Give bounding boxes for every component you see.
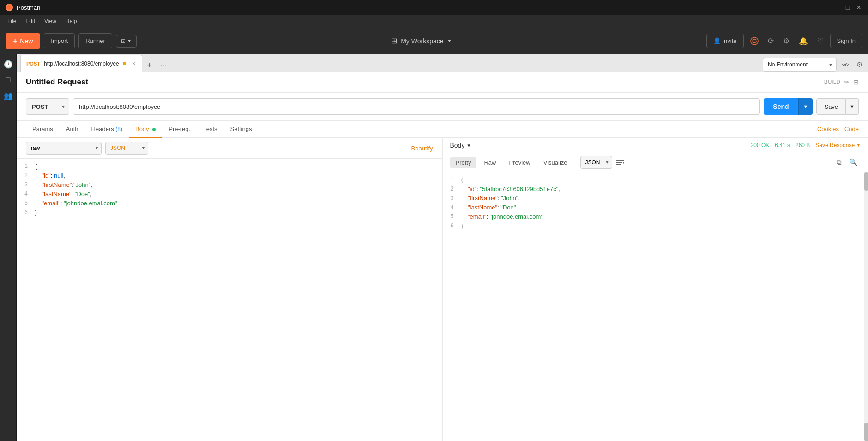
- import-button[interactable]: Import: [44, 33, 75, 48]
- main-layout: 🕐 □ 👥 POST http://localhost:8080/employe…: [0, 54, 868, 441]
- resp-line-6: 6 }: [443, 222, 868, 231]
- resp-line-1: 1 {: [443, 176, 868, 185]
- tab-bar: POST http://localhost:8080/employee ✕ + …: [17, 54, 868, 72]
- status-ok: 200 OK: [751, 142, 770, 149]
- request-tab[interactable]: POST http://localhost:8080/employee ✕: [20, 55, 142, 72]
- svg-point-1: [751, 37, 758, 45]
- send-dropdown-button[interactable]: ▼: [798, 98, 813, 115]
- workspace-chevron-icon: ▼: [447, 38, 452, 43]
- beautify-button[interactable]: Beautify: [411, 145, 433, 152]
- resp-copy-button[interactable]: ⧉: [834, 156, 844, 168]
- code-line-6: 6 }: [17, 209, 442, 218]
- menu-edit[interactable]: Edit: [22, 17, 39, 25]
- capture-arrow: ▼: [127, 39, 132, 43]
- format-tab-preview[interactable]: Preview: [503, 157, 536, 168]
- tab-url: http://localhost:8080/employee: [44, 60, 119, 67]
- postman-logo: [6, 4, 13, 11]
- minimize-button[interactable]: —: [833, 4, 840, 11]
- code-line-4: 4 "lastName": "Doe",: [17, 190, 442, 199]
- tab-tests[interactable]: Tests: [197, 121, 223, 138]
- save-response-chevron-icon: ▼: [856, 143, 861, 148]
- notifications-icon-button[interactable]: 🔔: [796, 34, 811, 48]
- save-dropdown-button[interactable]: ▼: [846, 98, 859, 115]
- signin-button[interactable]: Sign In: [830, 34, 862, 48]
- cookie-icon-button[interactable]: ⟳: [765, 34, 777, 48]
- environment-select[interactable]: No Environment: [763, 58, 837, 72]
- env-settings-button[interactable]: ⚙: [855, 59, 864, 71]
- tab-auth[interactable]: Auth: [60, 121, 85, 138]
- menu-view[interactable]: View: [41, 17, 60, 25]
- request-title: Untitled Request: [26, 77, 88, 92]
- capture-icon: ⊡: [121, 38, 126, 44]
- env-select-wrapper: No Environment ▼ 👁 ⚙: [763, 58, 864, 72]
- response-scrollbar[interactable]: [864, 172, 868, 441]
- resp-json-select[interactable]: JSON XML HTML Text: [580, 156, 612, 169]
- method-select-wrapper: POST GET PUT DELETE PATCH ▼: [26, 98, 69, 115]
- format-tab-pretty[interactable]: Pretty: [450, 157, 477, 168]
- format-tab-visualize[interactable]: Visualize: [538, 157, 573, 168]
- sidebar-apis-icon[interactable]: 👥: [1, 89, 15, 102]
- request-header: Untitled Request BUILD ✏ ⊞: [17, 72, 868, 93]
- svg-rect-4: [616, 164, 621, 165]
- response-body[interactable]: 1 { 2 "id": "5fafbbc7c3f606329bd51e7c", …: [443, 172, 868, 441]
- tab-body[interactable]: Body: [129, 121, 162, 138]
- send-button[interactable]: Send: [764, 98, 798, 115]
- response-format-bar: Pretty Raw Preview Visualize JSON XML HT…: [443, 153, 868, 172]
- invite-button[interactable]: 👤 Invite: [706, 34, 744, 48]
- env-eye-button[interactable]: 👁: [840, 59, 851, 71]
- capture-button[interactable]: ⊡ ▼: [116, 35, 137, 48]
- sync-icon-button[interactable]: [747, 34, 761, 48]
- method-select[interactable]: POST GET PUT DELETE PATCH: [26, 98, 69, 115]
- send-button-group: Send ▼: [764, 98, 813, 115]
- tab-prereq[interactable]: Pre-req.: [162, 121, 197, 138]
- code-line-1: 1 {: [17, 162, 442, 172]
- tab-settings[interactable]: Settings: [224, 121, 259, 138]
- new-button[interactable]: + New: [6, 33, 40, 49]
- toolbar: + New Import Runner ⊡ ▼ ⊞ My Workspace ▼…: [0, 28, 868, 54]
- resp-search-button[interactable]: 🔍: [846, 156, 861, 168]
- settings-icon-button[interactable]: ⚙: [780, 34, 792, 48]
- request-code-editor[interactable]: 1 { 2 "id": null, 3 "firstName":"John",: [17, 159, 442, 441]
- save-response-button[interactable]: Save Response ▼: [815, 142, 861, 149]
- cookies-link[interactable]: Cookies: [817, 125, 839, 132]
- wrap-icon: [616, 159, 624, 166]
- tab-close-icon[interactable]: ✕: [132, 60, 136, 67]
- tab-more-button[interactable]: ···: [157, 59, 170, 72]
- save-button[interactable]: Save: [816, 98, 846, 115]
- resp-wrap-button[interactable]: [614, 157, 626, 167]
- url-input[interactable]: [73, 98, 760, 115]
- tab-params[interactable]: Params: [26, 121, 60, 138]
- response-body-dropdown[interactable]: Body ▼: [450, 142, 471, 149]
- raw-select[interactable]: raw none form-data x-www-form-urlencoded…: [26, 142, 102, 155]
- sidebar-history-icon[interactable]: 🕐: [1, 57, 15, 71]
- request-area: Untitled Request BUILD ✏ ⊞ POST GET PUT …: [17, 72, 868, 441]
- menu-file[interactable]: File: [4, 17, 20, 25]
- title-bar-controls[interactable]: — □ ✕: [833, 4, 862, 11]
- edit-icon[interactable]: ✏: [844, 78, 850, 86]
- response-body-label: Body: [450, 142, 465, 149]
- maximize-button[interactable]: □: [844, 4, 851, 11]
- layout-icon[interactable]: ⊞: [853, 78, 859, 86]
- split-pane: raw none form-data x-www-form-urlencoded…: [17, 138, 868, 441]
- close-button[interactable]: ✕: [855, 4, 862, 11]
- format-tab-raw[interactable]: Raw: [478, 157, 501, 168]
- sidebar-collections-icon[interactable]: □: [1, 73, 15, 87]
- response-size: 260 B: [796, 142, 810, 149]
- menu-help[interactable]: Help: [62, 17, 81, 25]
- tab-add-button[interactable]: +: [143, 59, 156, 72]
- resp-json-wrapper: JSON XML HTML Text ▼: [575, 156, 612, 169]
- body-dot: [152, 128, 156, 131]
- invite-label: Invite: [722, 37, 736, 44]
- response-pane: Body ▼ 200 OK 6.41 s 260 B Save Response…: [443, 138, 868, 441]
- runner-button[interactable]: Runner: [78, 33, 112, 48]
- raw-select-wrapper: raw none form-data x-www-form-urlencoded…: [26, 142, 102, 155]
- heart-icon-button[interactable]: ♡: [814, 34, 826, 48]
- tab-unsaved-dot: [123, 62, 126, 65]
- resp-line-2: 2 "id": "5fafbbc7c3f606329bd51e7c",: [443, 185, 868, 194]
- code-link[interactable]: Code: [844, 125, 859, 132]
- json-select[interactable]: JSON Text JavaScript HTML XML: [105, 142, 148, 155]
- workspace-button[interactable]: ⊞ My Workspace ▼: [385, 33, 458, 49]
- tab-headers[interactable]: Headers (8): [85, 121, 129, 138]
- svg-rect-2: [616, 160, 624, 161]
- request-body-pane: raw none form-data x-www-form-urlencoded…: [17, 138, 443, 441]
